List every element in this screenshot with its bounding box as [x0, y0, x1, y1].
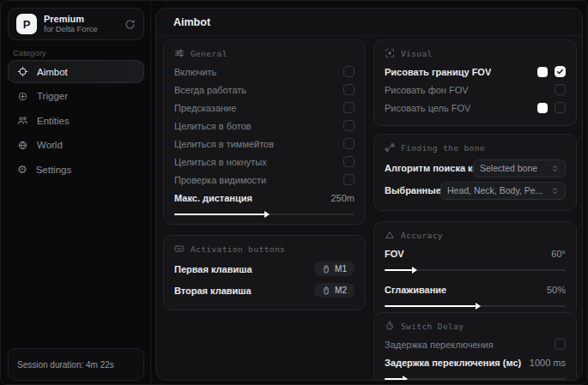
bone-icon	[385, 142, 395, 153]
keybind-label: Вторая клавиша	[174, 286, 252, 296]
dropdown-label: Выбранные кости	[385, 185, 440, 196]
sidebar-item-label: Entities	[37, 116, 70, 126]
keybind-button-m1[interactable]: M1	[314, 262, 355, 276]
toggle-label: Рисовать цель FOV	[385, 103, 470, 113]
brand-card: P Premium for Delta Force	[8, 8, 144, 40]
crosshair-icon	[17, 66, 28, 77]
panel-title: Activation buttons	[191, 244, 285, 254]
slider-label: FOV	[385, 249, 404, 259]
slider-value: 60°	[551, 249, 566, 259]
keybind-row: Вторая клавиша M2	[174, 280, 355, 301]
keybind-value: M2	[335, 286, 347, 295]
page-title: Aimbot	[173, 16, 210, 28]
smoothing-slider[interactable]	[385, 305, 566, 307]
slider-label: Задержка переключения (мс)	[385, 358, 521, 368]
color-swatch[interactable]	[537, 67, 548, 77]
toggle-row: Проверка видимости	[174, 171, 355, 189]
brand-subtitle: for Delta Force	[44, 25, 98, 34]
chevron-up-down-icon	[551, 165, 559, 172]
panel-title: Finding the bone	[401, 143, 485, 153]
toggle-row: Рисовать фон FOV	[385, 81, 566, 99]
slider-row: Сглаживание 50%	[385, 280, 566, 298]
checkbox-checked[interactable]	[555, 66, 566, 77]
sidebar-item-label: Aimbot	[37, 67, 68, 77]
session-duration-box: Session duration: 4m 22s	[8, 348, 144, 381]
sidebar-item-aimbot[interactable]: Aimbot	[8, 60, 144, 83]
checkbox[interactable]	[555, 84, 566, 95]
sync-icon[interactable]	[124, 19, 136, 30]
color-swatch[interactable]	[537, 103, 548, 113]
slider-row: FOV 60°	[385, 244, 566, 262]
sidebar-item-entities[interactable]: Entities	[8, 109, 144, 132]
gear-icon: ⚙	[17, 164, 27, 175]
keybind-icon	[174, 244, 185, 254]
dropdown-value: Selected bone	[480, 163, 537, 173]
toggle-label: Целиться в нокнутых	[174, 157, 267, 167]
bone-algorithm-select[interactable]: Selected bone	[473, 159, 566, 177]
keybind-button-m2[interactable]: M2	[314, 283, 355, 298]
fov-slider[interactable]	[385, 269, 566, 271]
checkbox[interactable]	[343, 84, 355, 95]
slider-value: 250m	[330, 193, 355, 203]
checkbox[interactable]	[343, 66, 355, 77]
toggle-row: Рисовать цель FOV	[385, 99, 566, 117]
checkbox[interactable]	[343, 138, 355, 149]
sidebar-item-label: Settings	[36, 165, 72, 175]
checkbox[interactable]	[343, 102, 355, 113]
sidebar-nav: Aimbot Trigger Entities	[8, 60, 144, 181]
toggle-row: Включить	[174, 63, 355, 81]
timer-icon	[385, 321, 395, 331]
selected-bones-select[interactable]: Head, Neck, Body, Pe...	[440, 182, 566, 200]
app-logo: P	[16, 14, 37, 34]
sidebar-item-settings[interactable]: ⚙ Settings	[8, 158, 144, 181]
sidebar-item-label: Trigger	[37, 91, 68, 101]
panel-title: Switch Delay	[401, 322, 464, 331]
panel-title: Visual	[401, 49, 433, 58]
finding-the-bone-panel: Finding the bone Алгоритм поиска костей …	[373, 134, 577, 211]
mouse-icon	[322, 265, 330, 274]
accuracy-panel: Accuracy FOV 60° Сглаживание 50%	[373, 221, 577, 316]
dropdown-value: Head, Neck, Body, Pe...	[447, 185, 543, 196]
chevron-up-down-icon	[551, 187, 559, 195]
entities-icon	[17, 115, 28, 126]
slider-fill	[174, 214, 264, 215]
panel-title: Accuracy	[401, 231, 443, 240]
mouse-icon	[322, 286, 330, 295]
toggle-label: Проверка видимости	[174, 175, 266, 185]
slider-label: Макс. дистанция	[174, 193, 252, 203]
session-duration-text: Session duration: 4m 22s	[17, 360, 114, 370]
panel-title: General	[191, 49, 227, 58]
checkbox[interactable]	[343, 174, 355, 185]
category-label: Category	[13, 48, 46, 57]
max-distance-slider[interactable]	[174, 214, 355, 215]
switch-delay-slider[interactable]	[385, 378, 566, 380]
brand-title: Premium	[44, 14, 98, 25]
toggle-label: Рисовать фон FOV	[385, 85, 469, 95]
dropdown-label: Алгоритм поиска костей	[385, 163, 473, 173]
toggle-row: Целиться в нокнутых	[174, 153, 355, 171]
checkbox[interactable]	[343, 120, 355, 131]
slider-row: Задержка переключения (мс) 1000 ms	[385, 353, 566, 371]
check-icon	[556, 68, 564, 75]
dropdown-row: Алгоритм поиска костей Selected bone	[385, 157, 566, 179]
slider-value: 50%	[547, 285, 566, 295]
toggle-label: Включить	[174, 67, 216, 77]
slider-fill	[385, 269, 412, 271]
trigger-icon	[17, 91, 28, 102]
slider-label: Сглаживание	[385, 285, 446, 295]
main-panel: Aimbot General Включить Всегда	[155, 8, 583, 381]
app-window: P Premium for Delta Force Category Aimbo…	[0, 0, 588, 385]
checkbox[interactable]	[343, 156, 355, 167]
checkbox[interactable]	[555, 102, 566, 113]
slider-fill	[385, 305, 476, 307]
keybind-value: M1	[335, 264, 347, 274]
toggle-row: Рисовать границу FOV	[385, 63, 566, 81]
checkbox[interactable]	[555, 339, 566, 350]
sidebar-item-world[interactable]: World	[8, 134, 144, 157]
activation-buttons-panel: Activation buttons Первая клавиша M1	[163, 235, 366, 310]
sliders-icon	[174, 48, 185, 58]
sidebar-item-trigger[interactable]: Trigger	[8, 85, 144, 108]
keybind-row: Первая клавиша M1	[174, 258, 355, 280]
visual-scan-icon	[385, 48, 395, 58]
toggle-label: Рисовать границу FOV	[385, 67, 491, 77]
